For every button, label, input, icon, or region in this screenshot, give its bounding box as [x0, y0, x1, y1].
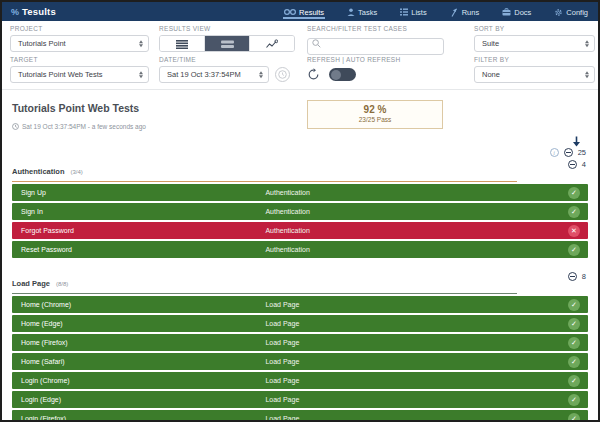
- collapse-all-icon[interactable]: [564, 148, 573, 157]
- chevron-updown-icon: [139, 40, 143, 48]
- test-case-row[interactable]: Login (Chrome)Load Page✓: [12, 372, 588, 389]
- sort-by-value: Suite: [482, 39, 499, 48]
- suite-name: Authentication: [12, 167, 65, 176]
- chevron-updown-icon: [585, 71, 589, 79]
- case-name: Login (Firefox): [12, 415, 265, 422]
- clock-icon: [12, 123, 19, 130]
- case-suite-label: Load Page: [265, 377, 568, 384]
- chevron-updown-icon: [585, 40, 589, 48]
- project-label: PROJECT: [10, 25, 149, 32]
- results-icon: [284, 8, 296, 16]
- total-case-count: 25: [578, 148, 586, 157]
- chevron-updown-icon: [139, 71, 143, 79]
- clock-icon: [278, 70, 287, 79]
- pass-percent: 92 %: [308, 104, 442, 115]
- test-case-row[interactable]: Home (Firefox)Load Page✓: [12, 334, 588, 351]
- filter-by-label: FILTER BY: [474, 56, 595, 63]
- nav-item-results[interactable]: Results: [283, 5, 325, 19]
- case-suite-label: Authentication: [265, 227, 568, 234]
- target-select[interactable]: Tutorials Point Web Tests: [10, 66, 149, 83]
- pass-check-icon[interactable]: ✓: [568, 375, 580, 387]
- suite-pass-ratio: (8/8): [56, 281, 68, 287]
- test-case-row[interactable]: Reset PasswordAuthentication✓: [12, 241, 588, 258]
- filter-by-value: None: [482, 70, 500, 79]
- config-icon: [554, 8, 563, 17]
- suite-case-count: 4: [582, 160, 586, 169]
- pass-check-icon[interactable]: ✓: [568, 299, 580, 311]
- pass-check-icon[interactable]: ✓: [568, 244, 580, 256]
- run-timestamp-text: Sat 19 Oct 3:37:54PM - a few seconds ago: [22, 123, 146, 130]
- tesults-logo-icon: %: [11, 7, 19, 17]
- results-meta-row: i 25: [550, 148, 586, 157]
- time-picker-button[interactable]: [275, 67, 290, 82]
- search-input[interactable]: [307, 38, 444, 55]
- view-case-list-button[interactable]: [205, 36, 250, 51]
- test-case-row[interactable]: Sign UpAuthentication✓: [12, 184, 588, 201]
- case-suite-label: Load Page: [265, 301, 568, 308]
- nav-item-tasks[interactable]: Tasks: [346, 5, 378, 19]
- datetime-select[interactable]: Sat 19 Oct 3:37:54PM: [159, 66, 269, 83]
- view-chart-button[interactable]: [250, 36, 294, 51]
- pass-check-icon[interactable]: ✓: [568, 318, 580, 330]
- suite-pass-ratio: (3/4): [71, 169, 83, 175]
- nav-label: Config: [566, 8, 588, 17]
- results-view-label: RESULTS VIEW: [159, 25, 295, 32]
- test-case-row[interactable]: Sign InAuthentication✓: [12, 203, 588, 220]
- nav-item-lists[interactable]: Lists: [399, 5, 427, 19]
- target-value: Tutorials Point Web Tests: [18, 70, 102, 79]
- view-dense-list-button[interactable]: [160, 36, 205, 51]
- pass-summary-box: 92 % 23/25 Pass: [307, 100, 443, 129]
- nav-label: Results: [299, 8, 324, 17]
- collapse-suite-icon[interactable]: [568, 160, 577, 169]
- target-label: TARGET: [10, 56, 149, 63]
- pass-check-icon[interactable]: ✓: [568, 394, 580, 406]
- filter-by-select[interactable]: None: [474, 66, 595, 83]
- pass-check-icon[interactable]: ✓: [568, 187, 580, 199]
- top-navbar: % Tesults Results Tasks Lists: [2, 2, 598, 21]
- case-name: Sign In: [12, 208, 265, 215]
- tasks-icon: [347, 8, 355, 16]
- case-name: Home (Safari): [12, 358, 265, 365]
- chevron-updown-icon: [259, 71, 263, 79]
- case-name: Reset Password: [12, 246, 265, 253]
- test-case-row[interactable]: Home (Edge)Load Page✓: [12, 315, 588, 332]
- pass-check-icon[interactable]: ✓: [568, 206, 580, 218]
- suite-header: Authentication(3/4)4: [12, 160, 588, 182]
- test-case-row[interactable]: Forgot PasswordAuthentication✕: [12, 222, 588, 239]
- pass-check-icon[interactable]: ✓: [568, 413, 580, 422]
- nav-item-docs[interactable]: Docs: [501, 5, 532, 19]
- pass-ratio: 23/25 Pass: [308, 116, 442, 123]
- case-name: Home (Firefox): [12, 339, 265, 346]
- refresh-icon: [307, 68, 320, 81]
- nav-item-config[interactable]: Config: [553, 5, 589, 19]
- pass-check-icon[interactable]: ✓: [568, 356, 580, 368]
- controls-toolbar: PROJECT Tutorials Point RESULTS VIEW: [2, 21, 598, 90]
- nav-label: Runs: [462, 8, 480, 17]
- nav-item-runs[interactable]: Runs: [449, 5, 481, 19]
- pass-check-icon[interactable]: ✓: [568, 337, 580, 349]
- info-icon[interactable]: i: [550, 148, 559, 157]
- brand-name: Tesults: [22, 6, 56, 17]
- case-suite-label: Load Page: [265, 339, 568, 346]
- case-name: Sign Up: [12, 189, 265, 196]
- test-case-row[interactable]: Login (Firefox)Load Page✓: [12, 410, 588, 422]
- sort-by-select[interactable]: Suite: [474, 35, 595, 52]
- test-case-row[interactable]: Home (Chrome)Load Page✓: [12, 296, 588, 313]
- test-case-row[interactable]: Login (Edge)Load Page✓: [12, 391, 588, 408]
- suite-case-count: 8: [582, 272, 586, 281]
- fail-cross-icon[interactable]: ✕: [568, 225, 580, 237]
- nav-menu: Results Tasks Lists Runs: [283, 5, 589, 19]
- project-select[interactable]: Tutorials Point: [10, 35, 149, 52]
- toggle-knob: [331, 70, 341, 80]
- refresh-button[interactable]: [307, 68, 320, 81]
- test-case-row[interactable]: Home (Safari)Load Page✓: [12, 353, 588, 370]
- datetime-value: Sat 19 Oct 3:37:54PM: [167, 70, 241, 79]
- collapse-suite-icon[interactable]: [568, 272, 577, 281]
- docs-icon: [502, 8, 511, 16]
- auto-refresh-toggle[interactable]: [329, 68, 356, 81]
- project-value: Tutorials Point: [18, 39, 66, 48]
- tesults-app-window: % Tesults Results Tasks Lists: [0, 0, 600, 422]
- brand-logo[interactable]: % Tesults: [11, 6, 56, 17]
- case-name: Forgot Password: [12, 227, 265, 234]
- results-view-group: [159, 35, 295, 52]
